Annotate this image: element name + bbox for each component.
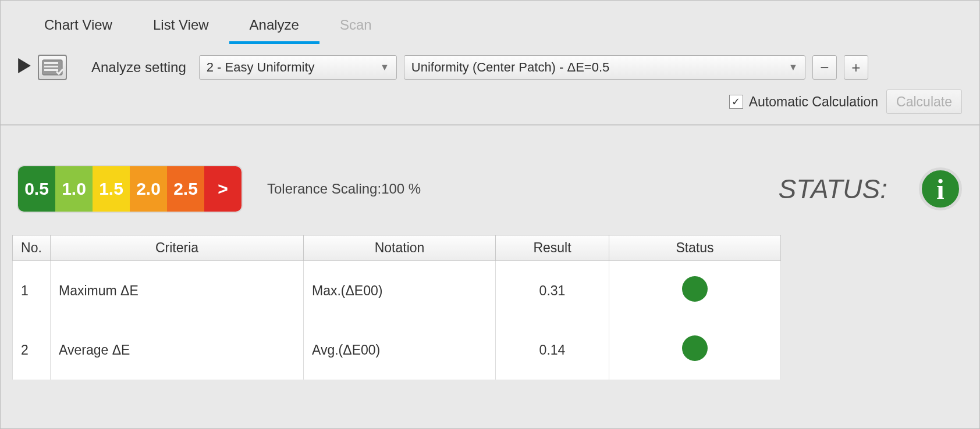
calculation-row: ✓ Automatic Calculation Calculate <box>1 85 979 124</box>
tolerance-segment: 2.5 <box>167 166 204 212</box>
svg-rect-2 <box>44 62 58 64</box>
tab-chart-view[interactable]: Chart View <box>24 11 133 44</box>
tolerance-segment: 1.0 <box>55 166 93 212</box>
tolerance-segment: 0.5 <box>18 166 55 212</box>
col-result[interactable]: Result <box>496 235 609 261</box>
col-status[interactable]: Status <box>609 235 781 261</box>
status-dot-icon <box>682 335 708 361</box>
table-header-row: No. Criteria Notation Result Status <box>13 235 781 261</box>
cell-no: 2 <box>13 320 51 380</box>
table-row[interactable]: 2Average ΔEAvg.(ΔE00)0.14 <box>13 320 781 380</box>
settings-grid-icon[interactable] <box>38 55 67 80</box>
tolerance-scale-bar: 0.51.01.52.02.5> <box>18 166 242 212</box>
status-area: 0.51.01.52.02.5> Tolerance Scaling:100 %… <box>1 126 979 235</box>
svg-marker-0 <box>18 58 31 73</box>
tab-list-view[interactable]: List View <box>133 11 229 44</box>
tolerance-segment: 2.0 <box>130 166 167 212</box>
calculate-button[interactable]: Calculate <box>886 90 962 114</box>
analyze-setting-select[interactable]: 2 - Easy Uniformity ▼ <box>199 55 397 80</box>
cell-result: 0.14 <box>496 320 609 380</box>
chevron-down-icon: ▼ <box>380 62 389 73</box>
cell-no: 1 <box>13 261 51 321</box>
analyze-toolbar: Analyze setting 2 - Easy Uniformity ▼ Un… <box>1 44 979 85</box>
status-info-icon[interactable]: i <box>919 167 962 210</box>
analyze-setting-label: Analyze setting <box>91 59 186 76</box>
tab-analyze[interactable]: Analyze <box>229 11 319 44</box>
remove-button[interactable]: − <box>812 55 837 80</box>
analyze-setting-value: 2 - Easy Uniformity <box>207 60 315 75</box>
analyze-method-select[interactable]: Uniformity (Center Patch) - ΔE=0.5 ▼ <box>404 55 805 80</box>
tolerance-segment: 1.5 <box>93 166 130 212</box>
cell-criteria: Average ΔE <box>51 320 304 380</box>
svg-rect-4 <box>44 69 58 71</box>
results-table: No. Criteria Notation Result Status 1Max… <box>12 235 781 380</box>
col-no[interactable]: No. <box>13 235 51 261</box>
analyze-method-value: Uniformity (Center Patch) - ΔE=0.5 <box>411 60 610 75</box>
tolerance-segment: > <box>204 166 242 212</box>
chevron-down-icon: ▼ <box>789 62 798 73</box>
col-criteria[interactable]: Criteria <box>51 235 304 261</box>
tab-bar: Chart View List View Analyze Scan <box>1 1 979 44</box>
expand-icon[interactable] <box>18 58 31 77</box>
status-heading: STATUS: <box>779 173 887 205</box>
cell-notation: Avg.(ΔE00) <box>304 320 496 380</box>
cell-status <box>609 261 781 321</box>
table-row[interactable]: 1Maximum ΔEMax.(ΔE00)0.31 <box>13 261 781 321</box>
info-glyph-icon: i <box>936 173 944 205</box>
tolerance-scaling-label: Tolerance Scaling:100 % <box>267 181 421 197</box>
cell-status <box>609 320 781 380</box>
cell-result: 0.31 <box>496 261 609 321</box>
status-dot-icon <box>682 276 708 302</box>
checkbox-icon: ✓ <box>729 95 743 109</box>
svg-rect-3 <box>44 66 58 67</box>
col-notation[interactable]: Notation <box>304 235 496 261</box>
auto-calc-label: Automatic Calculation <box>749 94 878 110</box>
auto-calc-checkbox[interactable]: ✓ Automatic Calculation <box>729 94 878 110</box>
add-button[interactable]: + <box>844 55 868 80</box>
tab-scan: Scan <box>319 11 392 44</box>
cell-criteria: Maximum ΔE <box>51 261 304 321</box>
results-table-wrap: No. Criteria Notation Result Status 1Max… <box>1 235 979 380</box>
cell-notation: Max.(ΔE00) <box>304 261 496 321</box>
